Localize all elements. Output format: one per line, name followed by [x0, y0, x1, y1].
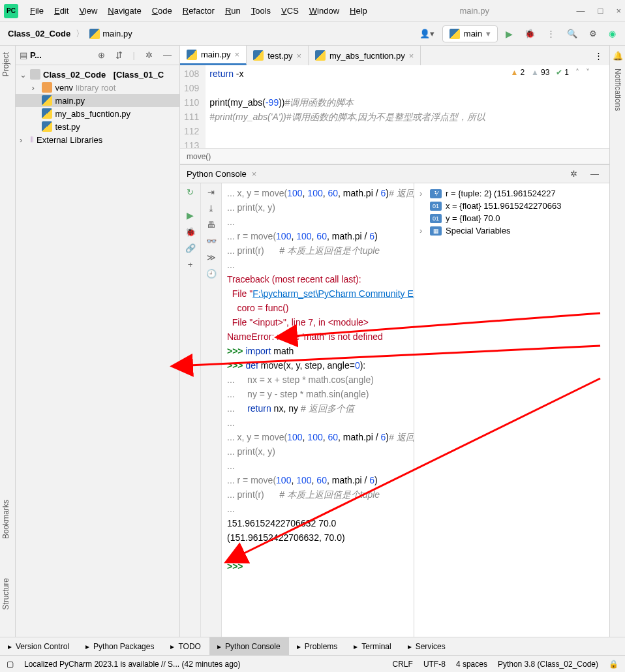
history-icon[interactable]: ≫ — [207, 252, 216, 262]
bottom-toolbar: ▸Version Control▸Python Packages▸TODO▸Py… — [0, 637, 625, 655]
debug-icon[interactable]: 🐞 — [185, 227, 196, 237]
lock-icon[interactable]: 🔒 — [609, 660, 618, 669]
menu-navigate[interactable]: Navigate — [102, 3, 146, 18]
toolwindow-todo[interactable]: ▸TODO — [162, 637, 209, 655]
project-panel: ▤ P... ⊕ ⇵ | ✲ — ⌄ Class_02_Code [Class_… — [16, 46, 180, 637]
settings-button[interactable]: ⚙ — [585, 26, 601, 41]
divider-icon: | — [129, 48, 139, 63]
menu-vcs[interactable]: VCS — [276, 3, 304, 18]
editor-breadcrumb[interactable]: move() — [180, 148, 609, 164]
tree-root[interactable]: ⌄ Class_02_Code [Class_01_C — [16, 68, 179, 81]
main-area: Project Bookmarks Structure ▤ P... ⊕ ⇵ |… — [0, 46, 625, 637]
toolwindow-python-packages[interactable]: ▸Python Packages — [78, 637, 162, 655]
menu-file[interactable]: File — [25, 3, 49, 18]
vars-icon[interactable]: 👓 — [206, 236, 217, 246]
jetbrains-icon[interactable]: ◉ — [605, 26, 620, 41]
debug-button[interactable]: 🐞 — [521, 26, 539, 41]
close-button[interactable]: × — [616, 6, 621, 16]
menu-code[interactable]: Code — [147, 3, 177, 18]
inspections-widget[interactable]: ▲2 ▲93 ✔1 ˄˅ — [510, 68, 590, 77]
tree-item[interactable]: test.py — [16, 120, 179, 133]
breadcrumb-project[interactable]: Class_02_Code — [5, 27, 73, 40]
add-icon[interactable]: + — [188, 260, 193, 269]
more-run-button[interactable]: ⋮ — [543, 26, 559, 41]
project-tab[interactable]: Project — [0, 48, 12, 80]
expand-icon[interactable]: ⇵ — [112, 48, 127, 63]
structure-tab[interactable]: Structure — [0, 574, 12, 614]
breadcrumb: Class_02_Code 〉 main.py — [5, 27, 135, 40]
variable-row[interactable]: 01x = {float} 151.9615242270663 — [418, 200, 605, 212]
maximize-button[interactable]: □ — [598, 6, 603, 16]
external-libraries[interactable]: ›⫴ External Libraries — [16, 133, 179, 146]
console-hide-icon[interactable]: — — [587, 166, 603, 181]
console-output[interactable]: ... x, y = move(100, 100, 60, math.pi / … — [222, 183, 414, 637]
variables-panel: ›⅟r = {tuple: 2} (151.96152422701x = {fl… — [414, 183, 609, 637]
console-title: Python Console — [187, 169, 247, 179]
editor-tab[interactable]: my_abs_fucntion.py× — [309, 46, 421, 65]
search-button[interactable]: 🔍 — [563, 26, 581, 41]
play-icon[interactable]: ▶ — [187, 210, 194, 221]
python-icon — [89, 29, 100, 39]
toolwindow-problems[interactable]: ▸Problems — [289, 637, 346, 655]
console-settings-icon[interactable]: ✲ — [566, 166, 581, 181]
variable-row[interactable]: ›▦Special Variables — [418, 224, 605, 237]
editor-tab[interactable]: main.py× — [180, 46, 247, 65]
console-area: Python Console × ✲ — ↻ ▶ 🐞 🔗 + ⇥ ⤓ — [180, 164, 609, 637]
window-title: main.py — [373, 6, 577, 16]
menu-edit[interactable]: Edit — [49, 3, 74, 18]
attach-icon[interactable]: 🔗 — [185, 243, 196, 253]
clock-icon[interactable]: 🕘 — [206, 269, 217, 279]
console-toolbar-2: ⇥ ⤓ 🖶 👓 ≫ 🕘 — [201, 183, 222, 637]
locate-icon[interactable]: ⊕ — [94, 48, 109, 63]
notifications-icon[interactable]: 🔔 — [613, 51, 623, 61]
interpreter[interactable]: Python 3.8 (Class_02_Code) — [498, 660, 598, 669]
toolwindow-services[interactable]: ▸Services — [400, 637, 454, 655]
run-config-selector[interactable]: main▾ — [442, 25, 498, 42]
tabs-more-icon[interactable]: ⋮ — [588, 51, 609, 61]
code-text[interactable]: return -x print(my_abs(-99))#调用函数的脚本 #pr… — [206, 65, 489, 148]
status-message[interactable]: Localized PyCharm 2023.1 is available //… — [24, 660, 241, 669]
editor-tabs: main.py×test.py×my_abs_fucntion.py×⋮ — [180, 46, 609, 65]
user-icon[interactable]: 👤▾ — [416, 26, 438, 41]
menu-tools[interactable]: Tools — [246, 3, 276, 18]
project-header: ▤ P... ⊕ ⇵ | ✲ — — [16, 46, 179, 65]
variable-row[interactable]: ›⅟r = {tuple: 2} (151.961524227 — [418, 187, 605, 200]
console-toolbar-1: ↻ ▶ 🐞 🔗 + — [180, 183, 201, 637]
encoding[interactable]: UTF-8 — [423, 660, 446, 669]
toolwindow-version-control[interactable]: ▸Version Control — [0, 637, 78, 655]
tree-item[interactable]: my_abs_fucntion.py — [16, 107, 179, 120]
tree-item[interactable]: ›venv library root — [16, 81, 179, 94]
code-editor[interactable]: 108109110111112113 return -x print(my_ab… — [180, 65, 609, 148]
minimize-button[interactable]: — — [577, 6, 585, 16]
settings-icon[interactable]: ✲ — [142, 48, 157, 63]
menu-refactor[interactable]: Refactor — [177, 3, 220, 18]
menu-help[interactable]: Help — [344, 3, 373, 18]
softwrap-icon[interactable]: ⇥ — [207, 187, 215, 197]
toolwindow-terminal[interactable]: ▸Terminal — [346, 637, 399, 655]
close-tab-icon[interactable]: × — [252, 169, 257, 179]
print-icon[interactable]: 🖶 — [207, 220, 215, 230]
editor-tab[interactable]: test.py× — [247, 46, 309, 65]
scroll-icon[interactable]: ⤓ — [207, 204, 215, 213]
status-bar: ▢ Localized PyCharm 2023.1 is available … — [0, 655, 625, 672]
hide-icon[interactable]: — — [159, 48, 175, 63]
project-tree: ⌄ Class_02_Code [Class_01_C ›venv librar… — [16, 65, 179, 149]
notifications-tab[interactable]: Notifications — [613, 69, 622, 111]
status-indicator-icon[interactable]: ▢ — [7, 660, 14, 669]
line-separator[interactable]: CRLF — [393, 660, 413, 669]
indent[interactable]: 4 spaces — [456, 660, 487, 669]
rerun-icon[interactable]: ↻ — [187, 187, 194, 197]
run-button[interactable]: ▶ — [502, 26, 517, 42]
menu-window[interactable]: Window — [304, 3, 344, 18]
editor-area: main.py×test.py×my_abs_fucntion.py×⋮ 108… — [180, 46, 609, 637]
menu-run[interactable]: Run — [220, 3, 246, 18]
bookmarks-tab[interactable]: Bookmarks — [0, 496, 12, 543]
project-header-label: P... — [30, 50, 42, 60]
menu-view[interactable]: View — [74, 3, 102, 18]
breadcrumb-file[interactable]: main.py — [87, 27, 135, 40]
toolbar: Class_02_Code 〉 main.py 👤▾ main▾ ▶ 🐞 ⋮ 🔍… — [0, 22, 625, 46]
variable-row[interactable]: 01y = {float} 70.0 — [418, 212, 605, 224]
toolwindow-python-console[interactable]: ▸Python Console — [209, 637, 289, 655]
tree-item[interactable]: main.py — [16, 94, 179, 107]
menubar: PC FileEditViewNavigateCodeRefactorRunTo… — [0, 0, 625, 22]
